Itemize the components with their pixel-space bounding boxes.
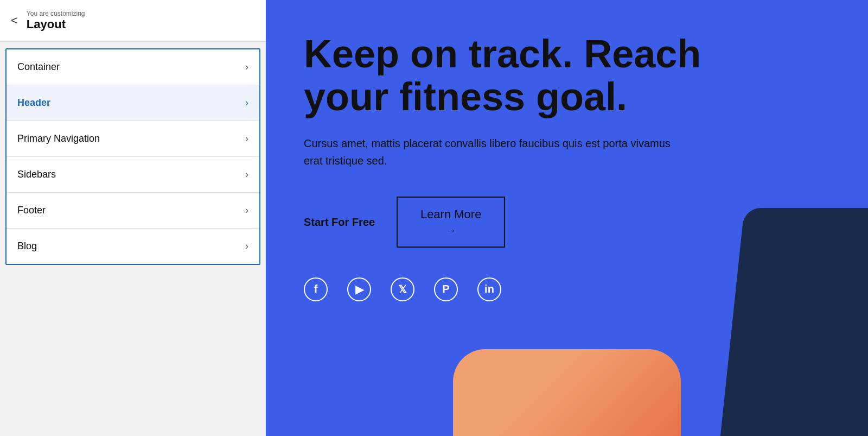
menu-item-label-sidebars: Sidebars	[17, 169, 56, 180]
chevron-right-icon: ›	[245, 205, 248, 216]
menu-item-blog[interactable]: Blog›	[7, 229, 259, 264]
bottom-decorative-shape	[453, 349, 681, 436]
chevron-right-icon: ›	[245, 97, 248, 109]
social-icon-linkedin[interactable]: in	[477, 277, 501, 301]
learn-more-label: Learn More	[420, 207, 482, 222]
chevron-right-icon: ›	[245, 169, 248, 180]
menu-item-label-container: Container	[17, 61, 60, 73]
menu-item-sidebars[interactable]: Sidebars›	[7, 157, 259, 193]
left-panel: < You are customizing Layout Container›H…	[0, 0, 266, 436]
menu-item-label-footer: Footer	[17, 205, 46, 216]
dark-decorative-shape	[720, 208, 868, 436]
social-icon-youtube[interactable]: ▶	[347, 277, 371, 301]
hero-title: Keep on track. Reach your fitness goal.	[304, 33, 792, 118]
hero-subtitle: Cursus amet, mattis placerat convallis l…	[304, 135, 673, 169]
menu-item-container[interactable]: Container›	[7, 49, 259, 85]
customizing-label: You are customizing	[27, 10, 85, 17]
social-icon-facebook[interactable]: f	[304, 277, 328, 301]
chevron-right-icon: ›	[245, 61, 248, 73]
menu-item-label-primary-navigation: Primary Navigation	[17, 133, 100, 144]
learn-more-button[interactable]: Learn More →	[397, 197, 505, 247]
top-bar-text: You are customizing Layout	[27, 10, 85, 31]
social-icon-twitter[interactable]: 𝕏	[391, 277, 414, 301]
back-button[interactable]: <	[11, 15, 18, 27]
start-for-free-button[interactable]: Start For Free	[304, 216, 375, 229]
menu-item-header[interactable]: Header›	[7, 85, 259, 121]
menu-item-label-blog: Blog	[17, 241, 37, 252]
chevron-right-icon: ›	[245, 133, 248, 144]
top-bar: < You are customizing Layout	[0, 0, 266, 42]
menu-item-footer[interactable]: Footer›	[7, 193, 259, 229]
social-icon-pinterest[interactable]: P	[434, 277, 458, 301]
right-panel: Keep on track. Reach your fitness goal. …	[266, 0, 868, 436]
layout-title: Layout	[27, 17, 85, 31]
chevron-right-icon: ›	[245, 241, 248, 252]
learn-more-arrow: →	[445, 224, 456, 237]
menu-list: Container›Header›Primary Navigation›Side…	[5, 48, 260, 265]
menu-item-primary-navigation[interactable]: Primary Navigation›	[7, 121, 259, 157]
menu-item-label-header: Header	[17, 97, 50, 109]
